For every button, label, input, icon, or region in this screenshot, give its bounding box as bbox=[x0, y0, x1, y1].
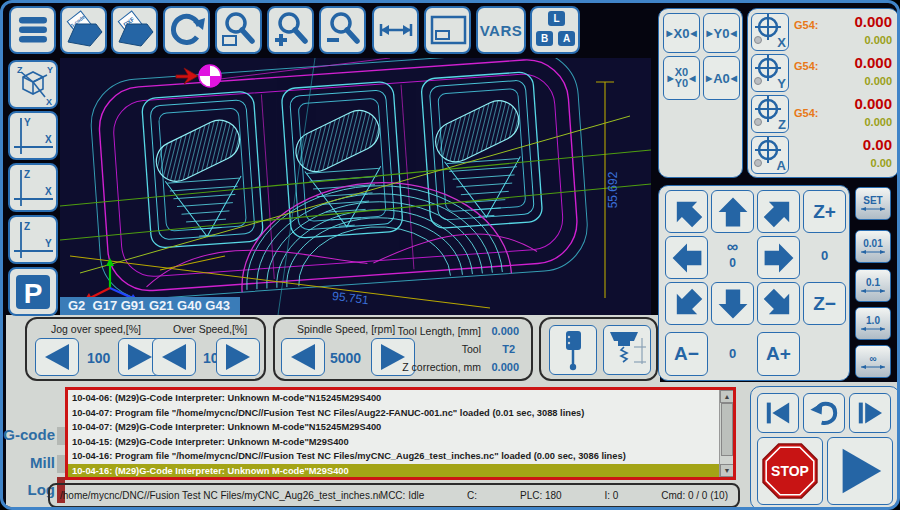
jog-up-right-button[interactable] bbox=[757, 190, 800, 233]
over-speed-increase-button[interactable] bbox=[216, 338, 260, 376]
open-gcode-button[interactable]: G-code bbox=[60, 6, 107, 54]
coord-row-z: Z G54: 0.000 0.000 bbox=[748, 95, 898, 135]
log-line-highlighted: 10-04-16: (M29)G-Code Interpreter: Unkno… bbox=[68, 464, 723, 479]
tool-length-measure-button[interactable] bbox=[603, 325, 651, 375]
axis-value: 0.00 bbox=[863, 136, 892, 153]
jog-up-left-button[interactable] bbox=[665, 190, 708, 233]
ruler-icon bbox=[860, 364, 886, 371]
jog-z-plus-button[interactable]: Z+ bbox=[803, 190, 846, 233]
play-icon bbox=[833, 442, 887, 500]
rotate-view-button[interactable] bbox=[163, 6, 210, 54]
jog-panel: Z+ ∞ 0 0 Z− bbox=[658, 185, 850, 381]
left-arrow-glyph: ▶ bbox=[706, 74, 712, 83]
view-xy-button[interactable]: Y X bbox=[8, 111, 58, 160]
tool-length-label: Tool Length, [mm] bbox=[398, 325, 481, 337]
zoom-out-icon bbox=[323, 10, 363, 50]
step-forward-button[interactable] bbox=[849, 393, 891, 433]
open-dxf-button[interactable]: DXF bbox=[111, 6, 158, 54]
main-menu-button[interactable] bbox=[9, 6, 56, 54]
svg-text:Z: Z bbox=[24, 221, 30, 232]
zero-x-label: X0 bbox=[674, 26, 690, 41]
zero-axis-x-button[interactable]: X bbox=[751, 13, 789, 51]
jog-right-zero: 0 bbox=[803, 248, 846, 263]
tab-mill[interactable]: Mill bbox=[3, 454, 55, 471]
step-1-0-button[interactable]: 1.0 bbox=[855, 307, 891, 340]
tab-gcode[interactable]: G-code bbox=[3, 426, 55, 443]
jog-z-minus-button[interactable]: Z− bbox=[803, 282, 846, 325]
jog-down-left-button[interactable] bbox=[665, 282, 708, 325]
axis-letter: Y bbox=[777, 76, 786, 91]
step-0-1-button[interactable]: 0.1 bbox=[855, 269, 891, 302]
ruler-icon bbox=[860, 326, 886, 333]
tool-length-value: 0.000 bbox=[491, 325, 519, 337]
jog-right-button[interactable] bbox=[757, 236, 800, 279]
jog-over-speed-value: 100 bbox=[87, 350, 110, 366]
axis-secondary-value: 0.00 bbox=[871, 157, 892, 169]
spindle-speed-decrease-button[interactable] bbox=[281, 338, 325, 376]
scroll-up-icon[interactable]: ▲ bbox=[720, 390, 734, 403]
arrow-right-icon bbox=[761, 240, 797, 276]
step-label: 1.0 bbox=[866, 315, 880, 326]
step-0-01-button[interactable]: 0.01 bbox=[855, 230, 891, 263]
jog-down-right-button[interactable] bbox=[757, 282, 800, 325]
view-xz-button[interactable]: Z X bbox=[8, 163, 58, 212]
log-scrollbar[interactable]: ▲ ▼ bbox=[719, 390, 733, 477]
scroll-down-icon[interactable]: ▼ bbox=[720, 464, 734, 477]
zero-xy-button[interactable]: ▶ X0Y0 ◀ bbox=[663, 56, 700, 100]
zoom-out-button[interactable] bbox=[319, 6, 366, 54]
zero-axis-y-button[interactable]: Y bbox=[751, 54, 789, 92]
jog-a-plus-button[interactable]: A+ bbox=[757, 332, 800, 376]
axis-letter: Z bbox=[778, 117, 786, 132]
center-zero-label: 0 bbox=[711, 255, 754, 272]
vars-button[interactable]: VARS bbox=[476, 6, 526, 54]
z-minus-label: Z− bbox=[813, 293, 836, 315]
jog-left-button[interactable] bbox=[665, 236, 708, 279]
jog-a-minus-button[interactable]: A− bbox=[665, 332, 708, 376]
playback-panel: STOP bbox=[750, 386, 900, 510]
fit-width-button[interactable] bbox=[372, 6, 419, 54]
view-yz-icon: Z Y bbox=[11, 218, 55, 261]
spindle-panel: Spindle Speed, [rpm] 5000 Tool Length, [… bbox=[273, 317, 533, 381]
log-output[interactable]: 10-04-06: (M29)G-Code Interpreter: Unkno… bbox=[65, 387, 736, 480]
over-speed-decrease-button[interactable] bbox=[152, 338, 196, 376]
over-speed-label: Over Speed,[%] bbox=[173, 323, 247, 335]
rewind-to-start-button[interactable] bbox=[757, 393, 799, 433]
zoom-window-button[interactable] bbox=[215, 6, 262, 54]
back-line-button[interactable] bbox=[803, 393, 845, 433]
jog-speed-decrease-button[interactable] bbox=[35, 338, 79, 376]
touch-probe-button[interactable] bbox=[549, 325, 597, 375]
svg-text:B: B bbox=[541, 33, 548, 44]
svg-text:Y: Y bbox=[24, 117, 31, 128]
view-3d-button[interactable]: Z Y X bbox=[8, 60, 58, 109]
park-icon: P bbox=[13, 272, 53, 312]
jog-up-button[interactable] bbox=[711, 190, 754, 233]
play-button[interactable] bbox=[827, 437, 893, 505]
fit-to-window-button[interactable] bbox=[424, 6, 471, 54]
zoom-in-button[interactable] bbox=[267, 6, 314, 54]
skip-to-start-icon bbox=[761, 397, 795, 429]
step-continuous-button[interactable]: ∞ bbox=[855, 345, 891, 378]
coordinates-panel: X G54: 0.000 0.000 Y G54: 0.000 0.000 bbox=[747, 8, 899, 178]
left-arrow-glyph: ▶ bbox=[666, 29, 672, 38]
wcs-label: G54: bbox=[794, 60, 818, 72]
zero-axis-a-button[interactable]: A bbox=[751, 136, 789, 174]
wcs-label: G54: bbox=[794, 19, 818, 31]
keyboard-button[interactable]: L B A bbox=[530, 6, 580, 54]
scroll-thumb[interactable] bbox=[721, 403, 733, 456]
park-button[interactable]: P bbox=[8, 267, 58, 316]
step-set-button[interactable]: SET bbox=[855, 187, 891, 220]
arrow-left-icon bbox=[669, 240, 705, 276]
c-status: C: bbox=[467, 490, 477, 501]
view-yz-button[interactable]: Z Y bbox=[8, 215, 58, 264]
zero-x-button[interactable]: ▶ X0 ◀ bbox=[663, 13, 700, 53]
arrow-up-icon bbox=[715, 194, 751, 230]
zero-y-button[interactable]: ▶ Y0 ◀ bbox=[703, 13, 740, 53]
zero-y-label: Y0 bbox=[714, 26, 730, 41]
toolpath-canvas[interactable]: 55.692 95.751 G2 G17 G91 G21 G40 G43 bbox=[60, 58, 651, 315]
jog-down-button[interactable] bbox=[711, 282, 754, 325]
active-gcodes-status: G2 G17 G91 G21 G40 G43 bbox=[60, 297, 240, 315]
right-arrow-glyph: ◀ bbox=[731, 74, 737, 83]
zero-axis-z-button[interactable]: Z bbox=[751, 95, 789, 133]
stop-button[interactable]: STOP bbox=[757, 437, 823, 505]
zero-a-button[interactable]: ▶ A0 ◀ bbox=[703, 56, 740, 100]
